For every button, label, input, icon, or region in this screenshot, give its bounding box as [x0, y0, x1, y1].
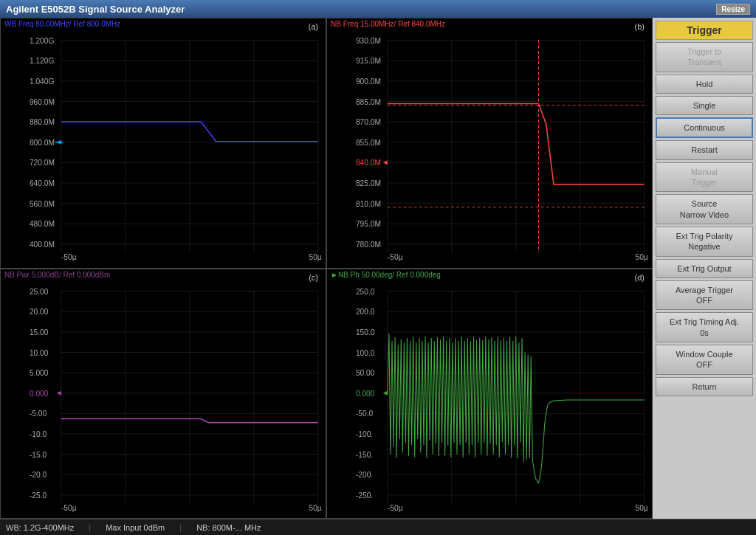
svg-text:50µ: 50µ — [309, 504, 321, 512]
svg-text:5.000: 5.000 — [30, 369, 49, 377]
svg-text:885.0M: 885.0M — [356, 98, 381, 106]
svg-text:-5.00: -5.00 — [30, 410, 47, 418]
svg-text:50µ: 50µ — [309, 253, 321, 261]
svg-text:-100.: -100. — [356, 430, 373, 438]
svg-text:795.0M: 795.0M — [356, 220, 381, 228]
chart-c-label: (c) — [309, 273, 318, 282]
ext-trig-timing-button[interactable]: Ext Trig Timing Adj.0s — [656, 312, 753, 342]
svg-text:915.0M: 915.0M — [356, 57, 381, 65]
svg-text:870.0M: 870.0M — [356, 118, 381, 126]
svg-text:15.00: 15.00 — [30, 328, 49, 336]
svg-text:-25.0: -25.0 — [30, 491, 47, 499]
svg-text:855.0M: 855.0M — [356, 139, 381, 147]
chart-a-title: WB Freq 80.00MHz/ Ref 800.0MHz — [4, 20, 120, 28]
svg-text:50.00: 50.00 — [356, 369, 375, 377]
statusbar: WB: 1.2G-400MHz | Max Input 0dBm | NB: 8… — [0, 519, 756, 535]
ext-trig-polarity-button[interactable]: Ext Trig PolarityNegative — [656, 227, 753, 257]
svg-text:-20.0: -20.0 — [30, 471, 47, 479]
svg-text:720.0M: 720.0M — [30, 159, 55, 167]
svg-text:480.0M: 480.0M — [30, 220, 55, 228]
chart-a-label: (a) — [309, 22, 318, 31]
svg-text:25.00: 25.00 — [30, 287, 49, 295]
svg-text:900.0M: 900.0M — [356, 77, 381, 86]
svg-text:50µ: 50µ — [635, 504, 647, 512]
svg-text:930.0M: 930.0M — [356, 37, 381, 45]
chart-b-title: NB Freq 15.00MHz/ Ref 840.0MHz — [331, 20, 445, 28]
chart-c-title: NB Pwr 5.000dB/ Ref 0.000dBm — [4, 271, 110, 279]
svg-text:1.120G: 1.120G — [30, 57, 55, 65]
trigger-to-transient-button[interactable]: Trigger toTransient — [656, 42, 753, 72]
status-nb: NB: 800M-... MHz — [196, 523, 261, 532]
single-button[interactable]: Single — [656, 96, 753, 115]
chart-c-svg: 25.00 20.00 15.00 10.00 5.000 0.000 -5.0… — [1, 269, 326, 519]
svg-text:-50µ: -50µ — [61, 504, 77, 512]
svg-rect-66 — [1, 273, 326, 514]
svg-text:200.0: 200.0 — [356, 308, 375, 316]
svg-text:400.0M: 400.0M — [30, 241, 55, 249]
svg-text:250.0: 250.0 — [356, 287, 375, 295]
svg-text:100.0: 100.0 — [356, 348, 375, 356]
svg-text:-150.: -150. — [356, 450, 373, 458]
svg-text:-50.0: -50.0 — [356, 410, 374, 418]
svg-text:840.0M: 840.0M — [356, 159, 381, 167]
svg-text:-15.0: -15.0 — [30, 450, 47, 458]
chart-b: NB Freq 15.00MHz/ Ref 840.0MHz (b) 930.0… — [326, 18, 653, 269]
chart-a: WB Freq 80.00MHz/ Ref 800.0MHz (a) 1.200… — [0, 18, 326, 269]
manual-trigger-button[interactable]: ManualTrigger — [656, 162, 753, 193]
ext-trig-output-button[interactable]: Ext Trig Output — [656, 259, 753, 278]
chart-d-title: ►NB Ph 50.00deg/ Ref 0.000deg — [331, 271, 441, 279]
svg-text:560.0M: 560.0M — [30, 200, 55, 208]
sidebar: Trigger Trigger toTransient Hold Single … — [653, 18, 756, 519]
chart-d: ►NB Ph 50.00deg/ Ref 0.000deg (d) 250.0 … — [326, 269, 653, 520]
svg-text:640.0M: 640.0M — [30, 179, 55, 187]
svg-text:0.000: 0.000 — [30, 389, 49, 397]
svg-text:825.0M: 825.0M — [356, 179, 381, 187]
svg-text:-10.0: -10.0 — [30, 430, 47, 438]
svg-text:0.000: 0.000 — [356, 389, 375, 397]
restart-button[interactable]: Restart — [656, 140, 753, 159]
svg-text:-200.: -200. — [356, 471, 373, 479]
svg-text:150.0: 150.0 — [356, 328, 375, 336]
svg-text:780.0M: 780.0M — [356, 241, 381, 249]
svg-text:800.0M: 800.0M — [30, 139, 55, 147]
svg-text:-50µ: -50µ — [388, 504, 403, 512]
svg-text:960.0M: 960.0M — [30, 98, 55, 106]
svg-text:1.200G: 1.200G — [30, 37, 55, 45]
svg-text:810.0M: 810.0M — [356, 200, 381, 208]
svg-text:880.0M: 880.0M — [30, 118, 55, 126]
main-area: WB Freq 80.00MHz/ Ref 800.0MHz (a) 1.200… — [0, 18, 756, 519]
chart-a-svg: 1.200G 1.120G 1.040G 960.0M 880.0M 800.0… — [1, 18, 326, 268]
chart-d-label: (d) — [635, 273, 645, 282]
svg-text:10.00: 10.00 — [30, 348, 49, 356]
svg-text:-50µ: -50µ — [61, 253, 77, 261]
status-wb: WB: 1.2G-400MHz — [6, 523, 74, 532]
source-button[interactable]: SourceNarrow Video — [656, 194, 753, 224]
average-trigger-button[interactable]: Average TriggerOFF — [656, 280, 753, 311]
chart-b-svg: 930.0M 915.0M 900.0M 885.0M 870.0M 855.0… — [327, 18, 652, 268]
charts-area: WB Freq 80.00MHz/ Ref 800.0MHz (a) 1.200… — [0, 18, 653, 519]
svg-text:20.00: 20.00 — [30, 308, 49, 316]
return-button[interactable]: Return — [656, 377, 753, 396]
svg-text:-50µ: -50µ — [388, 253, 403, 261]
hold-button[interactable]: Hold — [656, 75, 753, 94]
app-title: Agilent E5052B Signal Source Analyzer — [6, 4, 185, 15]
status-max-input: Max Input 0dBm — [106, 523, 165, 532]
svg-text:1.040G: 1.040G — [30, 77, 55, 86]
chart-c: NB Pwr 5.000dB/ Ref 0.000dBm (c) 25.00 2… — [0, 269, 326, 520]
svg-text:50µ: 50µ — [635, 253, 647, 261]
resize-button[interactable]: Resize — [716, 4, 750, 15]
titlebar: Agilent E5052B Signal Source Analyzer Re… — [0, 0, 756, 18]
chart-d-svg: 250.0 200.0 150.0 100.0 50.00 0.000 -50.… — [327, 269, 652, 519]
svg-text:-250.: -250. — [356, 491, 373, 499]
sidebar-header: Trigger — [656, 21, 753, 40]
continuous-button[interactable]: Continuous — [656, 117, 753, 138]
window-couple-button[interactable]: Window CoupleOFF — [656, 345, 753, 375]
chart-b-label: (b) — [635, 22, 645, 31]
